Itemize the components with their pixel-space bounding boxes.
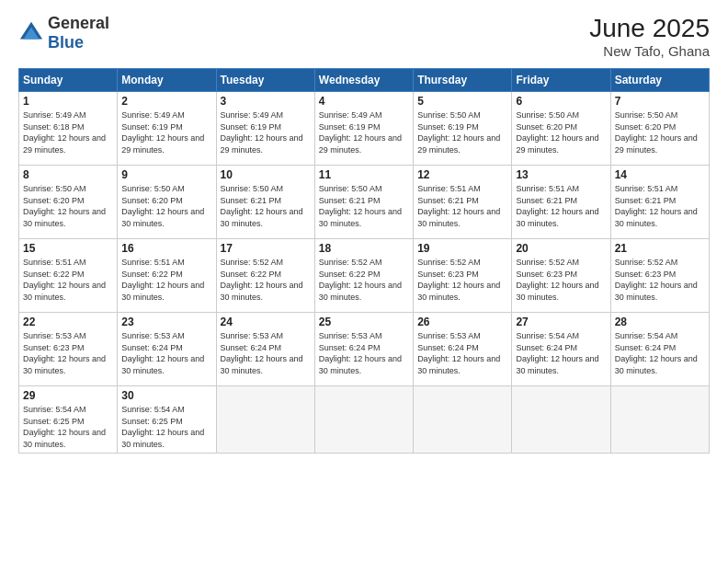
calendar-day-cell: 28 Sunrise: 5:54 AM Sunset: 6:24 PM Dayl…	[610, 313, 709, 386]
calendar-day-cell: 12 Sunrise: 5:51 AM Sunset: 6:21 PM Dayl…	[414, 166, 512, 239]
day-number: 4	[319, 95, 409, 108]
calendar-day-cell: 16 Sunrise: 5:51 AM Sunset: 6:22 PM Dayl…	[118, 239, 216, 313]
calendar-header: Sunday Monday Tuesday Wednesday Thursday…	[19, 69, 710, 92]
header-thursday: Thursday	[414, 69, 512, 92]
calendar-day-cell: 3 Sunrise: 5:49 AM Sunset: 6:19 PM Dayli…	[216, 92, 314, 166]
day-number: 15	[23, 242, 113, 255]
logo: General Blue	[18, 14, 109, 52]
day-number: 2	[121, 95, 211, 108]
calendar-day-cell: 15 Sunrise: 5:51 AM Sunset: 6:22 PM Dayl…	[19, 239, 118, 313]
calendar-day-cell: 1 Sunrise: 5:49 AM Sunset: 6:18 PM Dayli…	[19, 92, 118, 166]
calendar-day-cell: 11 Sunrise: 5:50 AM Sunset: 6:21 PM Dayl…	[314, 166, 413, 239]
day-number: 26	[417, 316, 507, 328]
day-detail: Sunrise: 5:49 AM Sunset: 6:18 PM Dayligh…	[23, 109, 113, 155]
day-detail: Sunrise: 5:54 AM Sunset: 6:24 PM Dayligh…	[516, 330, 606, 376]
day-detail: Sunrise: 5:54 AM Sunset: 6:25 PM Dayligh…	[23, 404, 113, 450]
calendar-subtitle: New Tafo, Ghana	[589, 43, 710, 59]
day-detail: Sunrise: 5:49 AM Sunset: 6:19 PM Dayligh…	[319, 109, 409, 155]
day-number: 5	[417, 95, 507, 108]
logo-blue: Blue	[48, 33, 84, 52]
day-number: 21	[615, 242, 705, 255]
day-number: 29	[23, 389, 113, 402]
day-detail: Sunrise: 5:50 AM Sunset: 6:20 PM Dayligh…	[121, 183, 211, 229]
header-sunday: Sunday	[19, 69, 118, 92]
day-number: 17	[221, 242, 311, 255]
calendar-day-cell: 5 Sunrise: 5:50 AM Sunset: 6:19 PM Dayli…	[414, 92, 512, 166]
calendar-day-cell: 27 Sunrise: 5:54 AM Sunset: 6:24 PM Dayl…	[512, 313, 610, 386]
day-detail: Sunrise: 5:50 AM Sunset: 6:21 PM Dayligh…	[319, 183, 409, 229]
day-number: 14	[615, 168, 705, 181]
day-number: 7	[615, 95, 705, 108]
calendar-week-row: 22 Sunrise: 5:53 AM Sunset: 6:23 PM Dayl…	[19, 313, 710, 386]
day-detail: Sunrise: 5:52 AM Sunset: 6:23 PM Dayligh…	[417, 257, 507, 303]
calendar-week-row: 15 Sunrise: 5:51 AM Sunset: 6:22 PM Dayl…	[19, 239, 710, 313]
day-detail: Sunrise: 5:50 AM Sunset: 6:20 PM Dayligh…	[615, 109, 705, 155]
calendar-day-cell: 14 Sunrise: 5:51 AM Sunset: 6:21 PM Dayl…	[610, 166, 709, 239]
calendar-day-cell: 17 Sunrise: 5:52 AM Sunset: 6:22 PM Dayl…	[216, 239, 314, 313]
calendar-day-cell: 21 Sunrise: 5:52 AM Sunset: 6:23 PM Dayl…	[610, 239, 709, 313]
day-detail: Sunrise: 5:51 AM Sunset: 6:22 PM Dayligh…	[121, 257, 211, 303]
day-detail: Sunrise: 5:50 AM Sunset: 6:19 PM Dayligh…	[417, 109, 507, 155]
day-number: 24	[221, 316, 311, 328]
day-detail: Sunrise: 5:52 AM Sunset: 6:23 PM Dayligh…	[516, 257, 606, 303]
calendar-day-cell: 8 Sunrise: 5:50 AM Sunset: 6:20 PM Dayli…	[19, 166, 118, 239]
calendar-day-cell: 7 Sunrise: 5:50 AM Sunset: 6:20 PM Dayli…	[610, 92, 709, 166]
calendar-day-cell	[216, 386, 314, 454]
logo-icon	[18, 20, 44, 46]
calendar-day-cell: 23 Sunrise: 5:53 AM Sunset: 6:24 PM Dayl…	[118, 313, 216, 386]
calendar-day-cell	[414, 386, 512, 454]
day-detail: Sunrise: 5:50 AM Sunset: 6:21 PM Dayligh…	[221, 183, 311, 229]
day-number: 18	[319, 242, 409, 255]
calendar-day-cell: 6 Sunrise: 5:50 AM Sunset: 6:20 PM Dayli…	[512, 92, 610, 166]
calendar-day-cell: 4 Sunrise: 5:49 AM Sunset: 6:19 PM Dayli…	[314, 92, 413, 166]
day-detail: Sunrise: 5:51 AM Sunset: 6:21 PM Dayligh…	[417, 183, 507, 229]
calendar-day-cell: 13 Sunrise: 5:51 AM Sunset: 6:21 PM Dayl…	[512, 166, 610, 239]
day-detail: Sunrise: 5:53 AM Sunset: 6:24 PM Dayligh…	[221, 330, 311, 376]
day-number: 8	[23, 168, 113, 181]
calendar-body: 1 Sunrise: 5:49 AM Sunset: 6:18 PM Dayli…	[19, 92, 710, 454]
day-detail: Sunrise: 5:50 AM Sunset: 6:20 PM Dayligh…	[516, 109, 606, 155]
header-friday: Friday	[512, 69, 610, 92]
day-detail: Sunrise: 5:53 AM Sunset: 6:24 PM Dayligh…	[417, 330, 507, 376]
calendar-day-cell: 2 Sunrise: 5:49 AM Sunset: 6:19 PM Dayli…	[118, 92, 216, 166]
day-number: 19	[417, 242, 507, 255]
calendar-day-cell: 30 Sunrise: 5:54 AM Sunset: 6:25 PM Dayl…	[118, 386, 216, 454]
calendar-title: June 2025	[589, 14, 710, 43]
header-saturday: Saturday	[610, 69, 709, 92]
day-detail: Sunrise: 5:52 AM Sunset: 6:22 PM Dayligh…	[221, 257, 311, 303]
day-detail: Sunrise: 5:51 AM Sunset: 6:21 PM Dayligh…	[516, 183, 606, 229]
day-detail: Sunrise: 5:52 AM Sunset: 6:23 PM Dayligh…	[615, 257, 705, 303]
calendar-day-cell: 20 Sunrise: 5:52 AM Sunset: 6:23 PM Dayl…	[512, 239, 610, 313]
calendar-day-cell	[610, 386, 709, 454]
day-number: 9	[121, 168, 211, 181]
calendar-day-cell: 10 Sunrise: 5:50 AM Sunset: 6:21 PM Dayl…	[216, 166, 314, 239]
day-number: 11	[319, 168, 409, 181]
day-detail: Sunrise: 5:54 AM Sunset: 6:25 PM Dayligh…	[121, 404, 211, 450]
calendar-day-cell: 18 Sunrise: 5:52 AM Sunset: 6:22 PM Dayl…	[314, 239, 413, 313]
calendar-day-cell	[512, 386, 610, 454]
day-detail: Sunrise: 5:53 AM Sunset: 6:23 PM Dayligh…	[23, 330, 113, 376]
calendar-day-cell: 29 Sunrise: 5:54 AM Sunset: 6:25 PM Dayl…	[19, 386, 118, 454]
day-detail: Sunrise: 5:51 AM Sunset: 6:21 PM Dayligh…	[615, 183, 705, 229]
day-number: 12	[417, 168, 507, 181]
day-detail: Sunrise: 5:54 AM Sunset: 6:24 PM Dayligh…	[615, 330, 705, 376]
day-detail: Sunrise: 5:49 AM Sunset: 6:19 PM Dayligh…	[221, 109, 311, 155]
calendar-week-row: 29 Sunrise: 5:54 AM Sunset: 6:25 PM Dayl…	[19, 386, 710, 454]
logo-general: General	[48, 14, 109, 32]
day-number: 16	[121, 242, 211, 255]
calendar-day-cell: 19 Sunrise: 5:52 AM Sunset: 6:23 PM Dayl…	[414, 239, 512, 313]
day-detail: Sunrise: 5:50 AM Sunset: 6:20 PM Dayligh…	[23, 183, 113, 229]
day-detail: Sunrise: 5:51 AM Sunset: 6:22 PM Dayligh…	[23, 257, 113, 303]
day-detail: Sunrise: 5:52 AM Sunset: 6:22 PM Dayligh…	[319, 257, 409, 303]
day-number: 3	[221, 95, 311, 108]
title-block: June 2025 New Tafo, Ghana	[589, 14, 710, 59]
calendar-day-cell: 22 Sunrise: 5:53 AM Sunset: 6:23 PM Dayl…	[19, 313, 118, 386]
day-number: 20	[516, 242, 606, 255]
day-number: 27	[516, 316, 606, 328]
day-number: 10	[221, 168, 311, 181]
header-tuesday: Tuesday	[216, 69, 314, 92]
day-number: 13	[516, 168, 606, 181]
calendar-day-cell: 9 Sunrise: 5:50 AM Sunset: 6:20 PM Dayli…	[118, 166, 216, 239]
day-number: 23	[121, 316, 211, 328]
day-number: 30	[121, 389, 211, 402]
